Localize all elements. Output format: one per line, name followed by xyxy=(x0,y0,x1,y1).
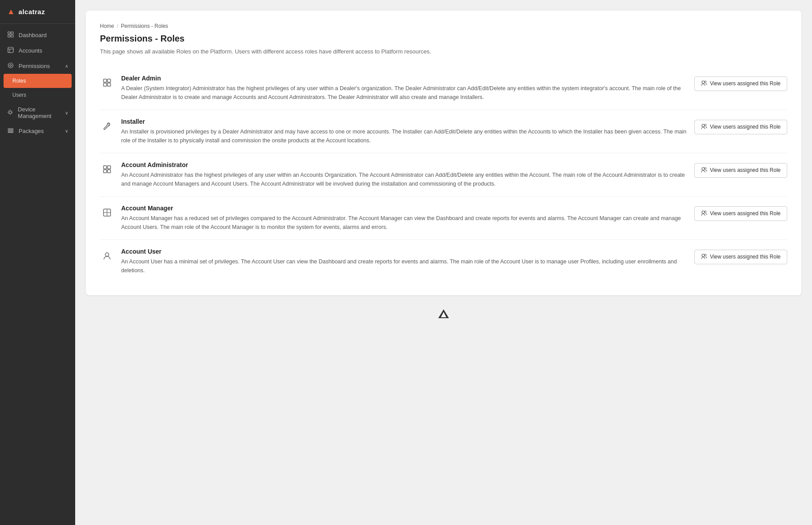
sidebar-item-device-management[interactable]: Device Management ∨ xyxy=(0,102,75,123)
role-icon-account-administrator xyxy=(100,162,114,176)
content-card: Home / Permissions - Roles Permissions -… xyxy=(86,11,801,295)
role-row-installer: Installer An Installer is provisioned pr… xyxy=(100,110,787,153)
sidebar: ▲ alcatraz Dashboard A xyxy=(0,0,75,525)
device-management-chevron-icon: ∨ xyxy=(65,110,68,115)
permissions-label: Permissions xyxy=(19,63,50,69)
view-users-icon-installer xyxy=(701,123,707,131)
svg-rect-12 xyxy=(8,132,13,133)
view-users-button-dealer-admin[interactable]: View users assigned this Role xyxy=(694,76,787,91)
role-row-account-administrator: Account Administrator An Account Adminis… xyxy=(100,153,787,197)
role-icon-account-user xyxy=(100,249,114,263)
role-icon-account-manager xyxy=(100,205,114,220)
sidebar-item-packages[interactable]: Packages ∨ xyxy=(0,123,75,139)
sidebar-navigation: Dashboard Accounts Permissio xyxy=(0,27,75,139)
svg-rect-22 xyxy=(103,166,107,169)
roles-label: Roles xyxy=(12,78,26,84)
view-users-button-account-administrator[interactable]: View users assigned this Role xyxy=(694,163,787,178)
users-label: Users xyxy=(12,92,26,98)
svg-rect-23 xyxy=(107,166,111,169)
svg-rect-14 xyxy=(107,79,111,82)
role-desc-account-administrator: An Account Administrator has the highest… xyxy=(121,171,687,188)
svg-rect-2 xyxy=(8,35,10,37)
svg-point-8 xyxy=(10,65,11,66)
packages-icon xyxy=(7,127,14,135)
role-name-account-manager: Account Manager xyxy=(121,205,687,212)
role-content-dealer-admin: Dealer Admin A Dealer (System Integrator… xyxy=(121,75,687,102)
accounts-icon xyxy=(7,47,14,54)
role-name-account-user: Account User xyxy=(121,248,687,255)
logo-text: alcatraz xyxy=(19,8,45,15)
svg-rect-1 xyxy=(11,32,13,34)
svg-point-33 xyxy=(105,253,109,256)
permissions-icon xyxy=(7,62,14,70)
roles-list: Dealer Admin A Dealer (System Integrator… xyxy=(100,67,787,283)
main-content: Home / Permissions - Roles Permissions -… xyxy=(75,0,812,331)
view-users-button-installer[interactable]: View users assigned this Role xyxy=(694,120,787,134)
role-desc-dealer-admin: A Dealer (System Integrator) Administrat… xyxy=(121,84,687,102)
svg-rect-10 xyxy=(8,129,13,129)
view-users-label-dealer-admin: View users assigned this Role xyxy=(710,80,781,87)
svg-rect-4 xyxy=(8,47,13,53)
device-management-label: Device Management xyxy=(18,106,65,119)
sidebar-item-dashboard[interactable]: Dashboard xyxy=(0,27,75,43)
breadcrumb-home[interactable]: Home xyxy=(100,23,114,29)
packages-chevron-icon: ∨ xyxy=(65,129,68,133)
sidebar-item-permissions[interactable]: Permissions ∧ xyxy=(0,58,75,74)
dashboard-label: Dashboard xyxy=(19,32,47,38)
view-users-icon-account-user xyxy=(701,253,707,261)
view-users-label-account-user: View users assigned this Role xyxy=(710,254,781,260)
role-content-account-administrator: Account Administrator An Account Adminis… xyxy=(121,161,687,188)
role-desc-account-user: An Account User has a minimal set of pri… xyxy=(121,257,687,275)
svg-point-34 xyxy=(702,254,705,257)
view-users-label-account-manager: View users assigned this Role xyxy=(710,210,781,217)
view-users-button-account-user[interactable]: View users assigned this Role xyxy=(694,250,787,264)
svg-point-20 xyxy=(702,124,705,127)
role-row-account-manager: Account Manager An Account Manager has a… xyxy=(100,197,787,240)
breadcrumb-separator: / xyxy=(117,23,118,29)
sidebar-item-users[interactable]: Users xyxy=(0,88,75,102)
role-desc-installer: An Installer is provisioned privileges b… xyxy=(121,127,687,145)
svg-rect-15 xyxy=(103,83,107,86)
breadcrumb-current: Permissions - Roles xyxy=(121,23,168,29)
view-users-icon-dealer-admin xyxy=(701,80,707,88)
breadcrumb: Home / Permissions - Roles xyxy=(100,23,787,29)
role-row-dealer-admin: Dealer Admin A Dealer (System Integrator… xyxy=(100,67,787,110)
svg-rect-11 xyxy=(8,130,13,131)
accounts-label: Accounts xyxy=(19,47,42,54)
svg-rect-3 xyxy=(11,35,13,37)
device-management-icon xyxy=(7,109,13,117)
svg-point-35 xyxy=(705,254,706,256)
dashboard-icon xyxy=(7,31,14,39)
svg-point-18 xyxy=(705,81,706,83)
role-content-installer: Installer An Installer is provisioned pr… xyxy=(121,118,687,145)
view-users-label-installer: View users assigned this Role xyxy=(710,124,781,130)
svg-point-26 xyxy=(702,167,705,170)
role-content-account-user: Account User An Account User has a minim… xyxy=(121,248,687,275)
sidebar-logo: ▲ alcatraz xyxy=(0,0,75,24)
permissions-chevron-icon: ∧ xyxy=(65,64,68,68)
role-name-installer: Installer xyxy=(121,118,687,125)
role-icon-installer xyxy=(100,119,114,133)
bottom-logo xyxy=(86,309,801,320)
view-users-button-account-manager[interactable]: View users assigned this Role xyxy=(694,206,787,221)
svg-rect-24 xyxy=(103,170,107,173)
view-users-label-account-administrator: View users assigned this Role xyxy=(710,167,781,173)
sidebar-item-roles[interactable]: Roles xyxy=(4,74,72,88)
packages-label: Packages xyxy=(19,128,44,134)
logo-icon: ▲ xyxy=(7,7,15,16)
svg-point-27 xyxy=(705,167,706,169)
svg-point-31 xyxy=(702,211,705,213)
sidebar-item-accounts[interactable]: Accounts xyxy=(0,43,75,58)
role-content-account-manager: Account Manager An Account Manager has a… xyxy=(121,205,687,232)
page-description: This page shows all available Roles on t… xyxy=(100,47,787,56)
svg-rect-25 xyxy=(107,170,111,173)
svg-point-17 xyxy=(702,81,705,84)
svg-point-9 xyxy=(9,111,11,114)
role-name-account-administrator: Account Administrator xyxy=(121,161,687,168)
page-title: Permissions - Roles xyxy=(100,34,787,44)
role-icon-dealer-admin xyxy=(100,76,114,90)
role-name-dealer-admin: Dealer Admin xyxy=(121,75,687,82)
svg-rect-13 xyxy=(103,79,107,82)
svg-rect-16 xyxy=(107,83,111,86)
svg-point-7 xyxy=(8,63,13,68)
